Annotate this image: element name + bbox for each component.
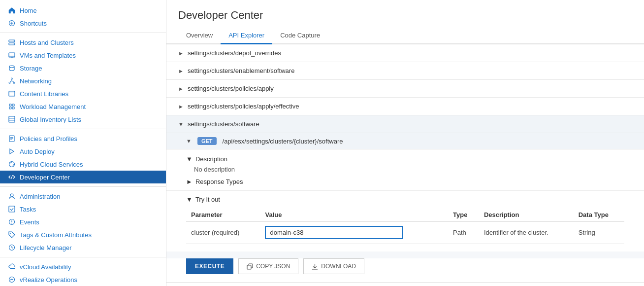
sidebar-item-shortcuts[interactable]: Shortcuts	[0, 17, 166, 30]
sidebar-tasks-label: Tasks	[20, 206, 36, 213]
sidebar-item-content-libraries[interactable]: Content Libraries	[0, 87, 166, 100]
response-types-label: Response Types	[195, 178, 243, 185]
copy-json-button[interactable]: COPY JSON	[238, 258, 298, 274]
svg-point-38	[10, 233, 11, 234]
sidebar-item-tags[interactable]: Tags & Custom Attributes	[0, 228, 166, 241]
svg-point-33	[10, 194, 13, 197]
sidebar-vcloud-label: vCloud Availability	[20, 263, 71, 271]
param-value-input[interactable]	[265, 226, 403, 239]
tab-api-explorer[interactable]: API Explorer	[221, 28, 272, 44]
param-datatype: String	[574, 222, 624, 244]
divider-2	[0, 129, 166, 129]
api-row-depot-overrides[interactable]: ► settings/clusters/depot_overrides	[166, 44, 644, 62]
home-icon	[8, 6, 16, 14]
sidebar-content-label: Content Libraries	[20, 90, 68, 98]
download-icon	[312, 263, 318, 270]
sidebar-item-hosts-clusters[interactable]: Hosts and Clusters	[0, 36, 166, 49]
response-types-toggle[interactable]: ► Response Types	[186, 178, 624, 185]
download-button[interactable]: DOWNLOAD	[303, 258, 364, 274]
sidebar-item-lifecycle[interactable]: Lifecycle Manager	[0, 241, 166, 254]
sidebar-item-vrealize[interactable]: vRealize Operations	[0, 273, 166, 286]
sidebar-vms-label: VMs and Templates	[20, 52, 76, 59]
sidebar-item-workload[interactable]: Workload Management	[0, 100, 166, 113]
get-path: /api/esx/settings/clusters/{cluster}/sof…	[223, 138, 343, 145]
svg-point-12	[9, 82, 10, 84]
chevron-right-icon: ►	[178, 104, 184, 109]
params-table: Parameter Value Type Description Data Ty…	[186, 208, 624, 244]
svg-rect-17	[9, 91, 15, 96]
col-description: Description	[479, 208, 574, 222]
try-it-label: Try it out	[195, 196, 220, 203]
description-toggle[interactable]: ▼ Description	[186, 155, 624, 163]
sidebar-item-home[interactable]: Home	[0, 4, 166, 17]
try-it-toggle[interactable]: ▼ Try it out	[186, 196, 624, 203]
get-row[interactable]: ▼ GET /api/esx/settings/clusters/{cluste…	[166, 133, 644, 149]
page-title: Developer Center	[178, 9, 632, 22]
description-section: ▼ Description No description ► Response …	[166, 149, 644, 191]
sidebar-item-policies[interactable]: Policies and Profiles	[0, 132, 166, 145]
svg-rect-7	[9, 53, 15, 57]
expanded-section: ▼ GET /api/esx/settings/clusters/{cluste…	[166, 133, 644, 283]
hybrid-icon	[8, 160, 16, 168]
param-name: cluster (required)	[186, 222, 260, 244]
page-header: Developer Center	[166, 0, 644, 22]
storage-icon	[8, 64, 16, 72]
developer-icon	[8, 173, 16, 181]
sidebar-item-events[interactable]: Events	[0, 215, 166, 228]
network-icon	[8, 77, 16, 85]
sidebar-item-hybrid-cloud[interactable]: Hybrid Cloud Services	[0, 158, 166, 171]
sidebar-item-vcloud[interactable]: vCloud Availability	[0, 260, 166, 273]
svg-point-13	[13, 82, 15, 84]
sidebar-item-tasks[interactable]: Tasks	[0, 203, 166, 215]
sidebar-item-storage[interactable]: Storage	[0, 62, 166, 74]
svg-line-16	[12, 81, 14, 82]
sidebar-item-networking[interactable]: Networking	[0, 74, 166, 87]
vcloud-icon	[8, 263, 16, 271]
svg-rect-34	[9, 206, 15, 212]
svg-line-32	[11, 175, 13, 179]
action-buttons: EXECUTE COPY JSON DOWNLOAD	[166, 258, 644, 282]
param-value-cell	[260, 222, 448, 244]
svg-point-6	[14, 43, 15, 44]
execute-button[interactable]: EXECUTE	[186, 258, 233, 274]
sidebar-item-administration[interactable]: Administration	[0, 190, 166, 203]
hosts-icon	[8, 38, 16, 46]
sidebar-developer-label: Developer Center	[20, 174, 70, 181]
api-row-policies-effective[interactable]: ► settings/clusters/policies/apply/effec…	[166, 98, 644, 115]
sidebar-item-global-inventory[interactable]: Global Inventory Lists	[0, 113, 166, 126]
tab-code-capture[interactable]: Code Capture	[272, 28, 328, 44]
svg-point-37	[11, 223, 12, 224]
try-it-section: ▼ Try it out Parameter Value Type Descri…	[166, 191, 644, 251]
lifecycle-icon	[8, 244, 16, 251]
sidebar-item-developer-center[interactable]: Developer Center	[0, 171, 166, 183]
svg-rect-22	[12, 107, 14, 109]
sidebar-item-vms-templates[interactable]: VMs and Templates	[0, 49, 166, 62]
get-chevron-icon: ▼	[186, 138, 192, 144]
library-icon	[8, 90, 16, 98]
sidebar-storage-label: Storage	[20, 65, 42, 72]
svg-rect-41	[247, 265, 251, 269]
divider-1	[0, 33, 166, 33]
sidebar-item-auto-deploy[interactable]: Auto Deploy	[0, 145, 166, 158]
svg-rect-20	[12, 104, 14, 106]
vm-icon	[8, 51, 16, 59]
table-row: cluster (required) Path Identifier of th…	[186, 222, 624, 244]
api-row-policies-apply[interactable]: ► settings/clusters/policies/apply	[166, 80, 644, 98]
api-row-enablement[interactable]: ► settings/clusters/enablement/software	[166, 62, 644, 80]
api-path-depot: settings/clusters/depot_overrides	[188, 49, 281, 57]
sidebar-shortcuts-label: Shortcuts	[20, 20, 47, 27]
api-row-software[interactable]: ▼ settings/clusters/software	[166, 115, 644, 133]
sidebar-hosts-label: Hosts and Clusters	[20, 39, 74, 46]
copy-json-label: COPY JSON	[256, 263, 290, 270]
sidebar-hybrid-label: Hybrid Cloud Services	[20, 161, 83, 168]
tab-overview[interactable]: Overview	[178, 28, 221, 44]
svg-rect-23	[9, 116, 15, 122]
api-path-software: settings/clusters/software	[188, 120, 259, 128]
svg-line-15	[10, 81, 12, 82]
sidebar: Home Shortcuts Hosts and Clusters VMs an…	[0, 0, 166, 286]
chevron-right-icon: ►	[178, 68, 184, 74]
svg-point-10	[9, 66, 14, 68]
tags-icon	[8, 231, 16, 239]
chevron-down-icon: ▼	[178, 121, 184, 127]
sidebar-lifecycle-label: Lifecycle Manager	[20, 244, 72, 251]
